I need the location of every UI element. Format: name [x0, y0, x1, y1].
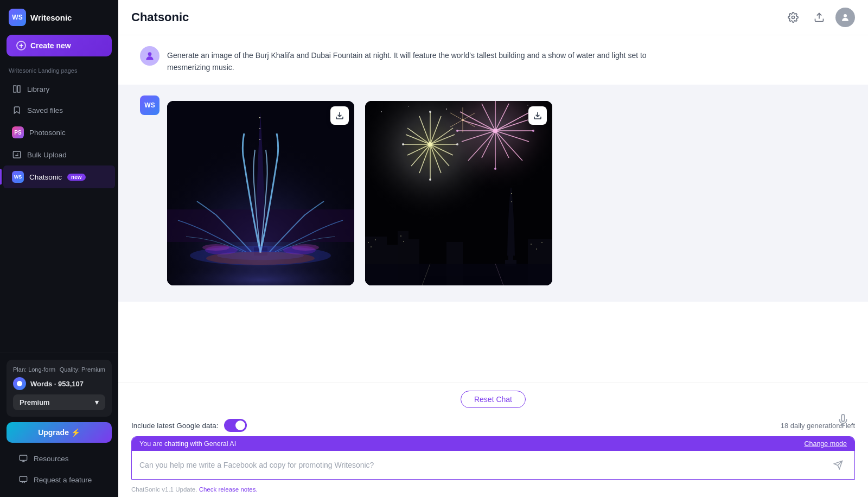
download-image-2-button[interactable] — [528, 106, 547, 125]
ws-logo-icon: WS — [9, 9, 26, 26]
chat-bottom: Reset Chat Include latest Google data: 1… — [118, 383, 868, 497]
svg-rect-21 — [259, 117, 260, 118]
fountain-image — [167, 101, 354, 285]
sidebar-nav: Library Saved files PS Photosonic Bulk U… — [0, 78, 118, 353]
generated-image-2 — [365, 101, 552, 285]
sidebar-item-saved-files[interactable]: Saved files — [3, 100, 115, 120]
words-row: Words · 953,107 — [13, 377, 105, 390]
header-actions — [783, 8, 855, 27]
chevron-down-icon: ▾ — [95, 398, 99, 406]
images-container — [167, 101, 552, 285]
google-data-label: Include latest Google data: — [131, 419, 247, 432]
google-label-text: Include latest Google data: — [131, 422, 219, 430]
send-button[interactable] — [829, 456, 847, 474]
svg-rect-10 — [20, 476, 27, 481]
sidebar-item-request-feature[interactable]: Request a feature — [10, 469, 108, 490]
svg-point-14 — [148, 52, 152, 56]
chat-mode-text: You are chatting with General AI — [139, 440, 236, 448]
plus-icon: + — [16, 41, 26, 50]
reset-chat-button[interactable]: Reset Chat — [461, 391, 526, 408]
request-feature-label: Request a feature — [34, 476, 92, 484]
photosonic-label: Photosonic — [29, 129, 66, 137]
create-new-button[interactable]: + Create new — [7, 35, 112, 56]
fireworks-image — [365, 101, 552, 285]
user-message-text: Generate an image of the Burj Khalifa an… — [167, 46, 655, 74]
bulk-upload-label: Bulk Upload — [27, 151, 67, 159]
ai-avatar: WS — [140, 95, 159, 115]
google-data-row: Include latest Google data: 18 daily gen… — [118, 416, 868, 436]
plan-row: Plan: Long-form Quality: Premium — [13, 366, 105, 373]
main-area: Chatsonic — [118, 0, 868, 497]
user-avatar — [140, 46, 159, 66]
sidebar-item-chatsonic[interactable]: WS Chatsonic new — [3, 165, 115, 188]
bookmark-icon — [12, 105, 22, 115]
upgrade-label: Upgrade ⚡ — [38, 428, 80, 437]
export-icon — [814, 12, 825, 23]
settings-button[interactable] — [783, 8, 803, 27]
svg-point-30 — [202, 244, 229, 251]
release-notes-link[interactable]: Check release notes. — [199, 486, 258, 493]
reset-chat-container: Reset Chat — [118, 383, 868, 416]
sidebar-item-library[interactable]: Library — [3, 79, 115, 99]
app-name: Writesonic — [30, 13, 72, 22]
sidebar-logo: WS Writesonic — [0, 0, 118, 33]
chat-input-wrapper: You are chatting with General AI Change … — [131, 436, 855, 480]
svg-rect-29 — [167, 258, 354, 285]
words-icon — [13, 377, 26, 390]
resources-icon — [18, 454, 28, 463]
sidebar-bottom: Plan: Long-form Quality: Premium Words ·… — [0, 353, 118, 497]
mic-icon — [837, 414, 849, 426]
generated-image-1 — [167, 101, 354, 285]
change-mode-link[interactable]: Change mode — [804, 440, 847, 448]
fountain-svg — [167, 101, 354, 285]
svg-rect-7 — [20, 455, 27, 460]
chatsonic-icon: WS — [12, 171, 24, 183]
premium-label: Premium — [20, 398, 50, 406]
user-message: Generate an image of the Burj Khalifa an… — [118, 35, 868, 85]
reset-chat-label: Reset Chat — [474, 395, 512, 404]
section-label: Writesonic Landing pages — [0, 65, 118, 78]
ai-response-inner: WS — [140, 95, 846, 285]
send-icon — [833, 460, 843, 470]
user-icon — [840, 12, 850, 22]
release-notes-bar: ChatSonic v1.1 Update. Check release not… — [118, 484, 868, 497]
words-count: Words · 953,107 — [30, 380, 84, 388]
svg-point-13 — [844, 14, 847, 17]
svg-point-31 — [292, 244, 319, 251]
download-icon — [533, 111, 542, 120]
header: Chatsonic — [118, 0, 868, 35]
resources-label: Resources — [34, 455, 69, 463]
upload-icon — [12, 150, 22, 160]
svg-rect-0 — [14, 86, 16, 92]
google-data-toggle[interactable] — [224, 419, 247, 432]
premium-select[interactable]: Premium ▾ — [13, 394, 105, 410]
svg-rect-1 — [17, 86, 20, 92]
fireworks-svg — [365, 101, 552, 285]
svg-rect-111 — [365, 101, 552, 285]
svg-rect-2 — [13, 151, 20, 158]
sidebar-item-bulk-upload[interactable]: Bulk Upload — [3, 144, 115, 165]
sidebar: WS Writesonic + Create new Writesonic La… — [0, 0, 118, 497]
release-notes-text: ChatSonic v1.1 Update. — [131, 486, 197, 493]
ai-response: WS — [118, 85, 868, 302]
sidebar-item-resources[interactable]: Resources — [10, 448, 108, 469]
export-button[interactable] — [809, 8, 829, 27]
quality-label: Quality: Premium — [60, 366, 105, 373]
user-avatar-button[interactable] — [835, 8, 855, 27]
library-label: Library — [27, 85, 49, 93]
feature-icon — [18, 475, 28, 485]
download-icon — [335, 111, 344, 120]
create-new-label: Create new — [30, 41, 71, 50]
new-badge: new — [67, 174, 85, 181]
chat-input-area: You are chatting with General AI Change … — [118, 436, 868, 484]
chat-input[interactable] — [139, 461, 825, 469]
person-icon — [144, 50, 155, 61]
chat-input-row — [132, 451, 854, 479]
saved-files-label: Saved files — [27, 106, 63, 114]
download-image-1-button[interactable] — [330, 106, 349, 125]
mic-button[interactable] — [831, 408, 855, 432]
chatsonic-label: Chatsonic — [29, 173, 62, 181]
upgrade-button[interactable]: Upgrade ⚡ — [7, 422, 112, 443]
sidebar-item-photosonic[interactable]: PS Photosonic — [3, 121, 115, 144]
plan-label: Plan: Long-form — [13, 366, 55, 373]
